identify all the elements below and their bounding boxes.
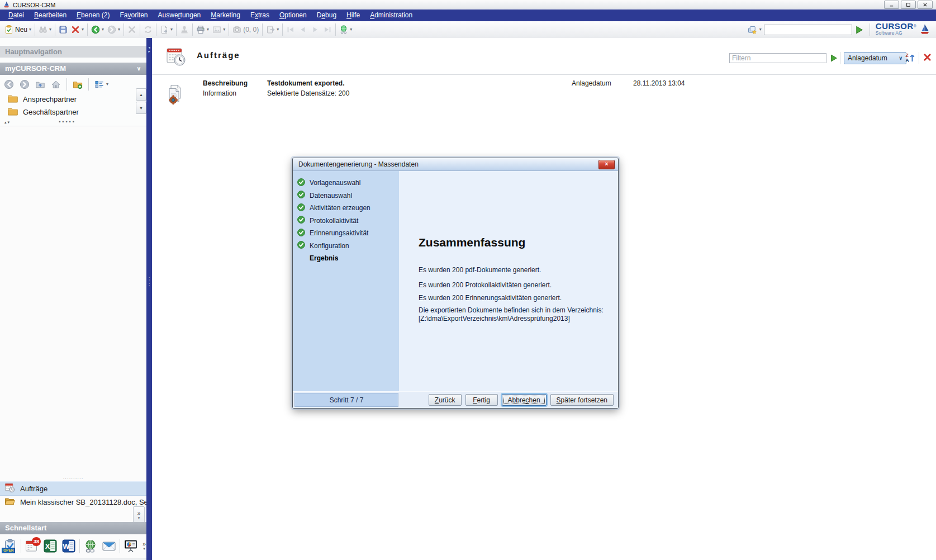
strip-grip-icon[interactable]: ⋮⋮ [147,277,151,286]
chevron-down-icon[interactable]: ▾ [49,27,51,32]
chevron-down-icon[interactable]: ▾ [82,27,84,32]
quickstart-mail[interactable] [101,538,117,554]
splitter-arrows-icon[interactable]: ▴▾ [0,120,11,125]
wizard-step-label: Erinnerungsaktivität [310,229,368,237]
home-button[interactable] [49,78,63,91]
close-button[interactable] [918,1,933,9]
print-button[interactable]: ▾ [194,24,211,35]
divider [870,23,870,36]
chevron-down-icon[interactable]: ▾ [29,27,31,32]
collapse-left-icon[interactable]: ◂▸ [148,46,150,54]
nav-prev-button [297,24,309,35]
menu-item-datei[interactable]: Datei [3,10,29,21]
chevron-down-icon[interactable]: ▾ [350,27,352,32]
save-button[interactable] [57,24,69,35]
quick-search-input[interactable] [764,25,852,35]
chevron-down-icon[interactable]: ▾ [223,27,225,32]
minimize-button[interactable] [884,1,899,9]
quickstart-word[interactable]: W [61,538,77,554]
add-folder-button[interactable] [71,78,84,91]
nav-last-icon [323,25,332,34]
chevron-down-icon[interactable]: ▾ [170,27,173,32]
back-button[interactable]: ▾ [89,24,106,35]
quickstart-calendar[interactable]: 38 [24,538,40,554]
menu-item-debug[interactable]: Debug [312,10,341,21]
sort-direction-icon[interactable]: ZA [904,52,915,65]
menu-item-extras[interactable]: Extras [245,10,274,21]
cursor-logo: CURSOR® Software AG [876,23,933,36]
brand-text: CURSOR [876,21,914,31]
continue-later-button[interactable]: Später fortsetzen [550,394,614,406]
menu-item-auswertungen[interactable]: Auswertungen [153,10,206,21]
menu-item-marketing[interactable]: Marketing [206,10,245,21]
chevron-down-icon[interactable]: ▾ [277,27,279,32]
snapshot-button: (0, 0) [231,24,260,35]
quickstart-weblink[interactable] [83,538,98,554]
toolbar-separator [229,23,229,36]
maximize-button[interactable] [901,1,916,9]
apply-filter-icon[interactable] [829,54,838,64]
chevron-down-icon[interactable]: ▾ [207,27,209,32]
wizard-step-konfiguration: Konfiguration [293,240,399,253]
filter-input[interactable] [729,53,826,63]
list-item[interactable]: Aufträge [0,481,146,496]
delete-button[interactable]: ▾ [69,24,85,35]
back-step-button[interactable]: Zurück [429,394,462,406]
splitter-grip-icon[interactable]: ••••• [59,120,76,125]
menu-item-favoriten[interactable]: Favoriten [115,10,153,21]
quickstart-open[interactable]: OPEN [2,538,18,554]
chevron-down-icon[interactable]: ▾ [118,27,120,32]
wizard-step-label: Konfiguration [310,242,349,250]
calendar-clock-icon [4,482,15,495]
folder-scrollbar[interactable]: ▲ ▼ [136,88,145,115]
menu-item-bearbeiten[interactable]: Bearbeiten [29,10,72,21]
quickstart-presentation[interactable] [123,538,139,554]
folder-up-button[interactable] [34,78,47,91]
chevron-down-icon[interactable]: ∨ [137,63,141,75]
chevron-down-icon[interactable]: ▾ [102,27,104,32]
scroll-up-button[interactable]: ▲ [136,88,146,101]
wizard-step-label: Ergebnis [310,254,338,262]
menu-item-administration[interactable]: Administration [365,10,417,21]
user-button[interactable]: ▾ [338,24,354,35]
quickstart-row: OPEN38XW»▾ [2,537,146,556]
new-button[interactable]: Neu▾ [3,24,33,35]
splitter-grip-icon[interactable]: ·········· [0,476,146,481]
finish-button[interactable]: Fertig [465,394,498,406]
menu-item-hilfe[interactable]: Hilfe [341,10,365,21]
sidebar-splitter[interactable]: ▴▾ ••••• [0,120,146,125]
sidebar-folder-gesch-ftspartner[interactable]: Geschäftspartner [0,106,134,118]
chevron-down-icon[interactable]: ▾ [759,27,762,32]
divider [840,52,840,64]
menu-item-optionen[interactable]: Optionen [274,10,312,21]
sidebar-collapse-strip[interactable]: ◂▸ ⋮⋮ [146,38,152,560]
dialog-titlebar[interactable]: Dokumentengenerierung - Massendaten × [293,158,618,171]
sidebar-folder-ansprechpartner[interactable]: Ansprechpartner [0,93,134,106]
sidebar-group-mycursor[interactable]: myCURSOR-CRM ∨ [0,63,146,75]
nav-back-button[interactable] [2,78,16,91]
circle-back-icon [4,79,14,89]
dialog-close-button[interactable]: × [598,160,615,169]
folder-icon [8,94,18,105]
step-done-check-icon [297,191,305,200]
document-record-icon[interactable] [167,84,184,107]
record-field-value[interactable]: Testdokument exported. [267,79,344,87]
list-item-label: Aufträge [20,485,47,493]
abort-button[interactable]: Abbrechen [502,394,547,406]
chevron-down-icon[interactable]: ▾ [106,82,108,87]
wizard-step-label: Vorlagenauswahl [310,179,360,187]
quick-search-scope-icon[interactable] [748,25,757,35]
quickstart-excel[interactable]: X [42,538,58,554]
sort-field-dropdown[interactable]: Anlagedatum ∨ [844,52,906,64]
quick-search-run-icon[interactable] [854,25,864,35]
toolbar-separator [176,23,177,36]
menu-item-ebenen-2-[interactable]: Ebenen (2) [72,10,115,21]
scroll-down-button[interactable]: ▼ [136,102,146,114]
nav-forward-button[interactable] [18,78,31,91]
step-done-check-icon [297,229,305,238]
list-item[interactable]: Mein klassischer SB_20131128.doc, Serien… [0,495,146,509]
view-mode-button[interactable]: ▾ [93,78,110,91]
close-view-icon[interactable] [923,53,932,63]
quickstart-overflow-button[interactable]: »▾ [142,542,146,551]
record-date-label: Anlagedatum [572,79,611,87]
